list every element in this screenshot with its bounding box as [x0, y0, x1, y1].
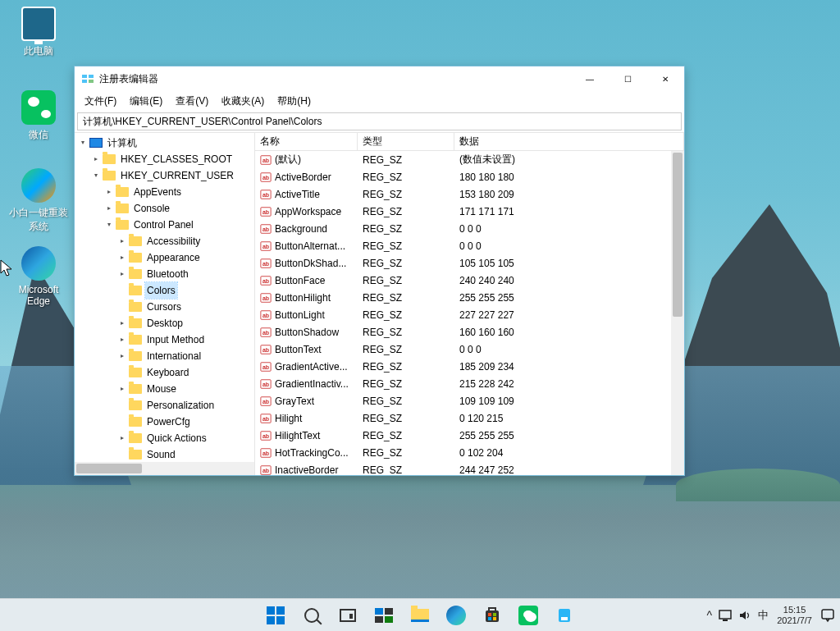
- tree-node-colors[interactable]: ▸Colors: [117, 282, 254, 299]
- app-button[interactable]: [548, 599, 581, 632]
- wechat-button[interactable]: [512, 599, 545, 632]
- list-row[interactable]: abHilightREG_SZ0 120 215: [255, 409, 684, 427]
- tree-node-control-panel[interactable]: ▾Control Panel: [104, 217, 254, 233]
- caret-right-icon[interactable]: ▸: [117, 351, 127, 361]
- list-row[interactable]: abButtonDkShad...REG_SZ105 105 105: [255, 254, 684, 272]
- column-header-type[interactable]: 类型: [358, 133, 454, 150]
- tree-node-computer[interactable]: ▾ 计算机: [78, 135, 254, 151]
- clock[interactable]: 15:15 2021/7/7: [777, 605, 812, 626]
- tree-node-international[interactable]: ▸International: [117, 348, 254, 364]
- value-data: (数值未设置): [454, 153, 684, 167]
- value-data: 255 255 255: [454, 430, 684, 441]
- tree-node-personalization[interactable]: ▸Personalization: [117, 397, 254, 414]
- tree-node-appearance[interactable]: ▸Appearance: [117, 249, 254, 266]
- svg-rect-44: [488, 613, 491, 616]
- caret-down-icon[interactable]: ▾: [104, 220, 114, 230]
- caret-right-icon[interactable]: ▸: [117, 433, 127, 443]
- tree-node-mouse[interactable]: ▸Mouse: [117, 381, 254, 397]
- tree-node-keyboard[interactable]: ▸Keyboard: [117, 364, 254, 381]
- column-header-name[interactable]: 名称: [255, 133, 358, 150]
- search-button[interactable]: [295, 599, 328, 632]
- list-row[interactable]: abButtonTextREG_SZ0 0 0: [255, 341, 684, 358]
- close-button[interactable]: ✕: [646, 66, 684, 91]
- desktop-icon-label: 小白一键重装 系统: [8, 206, 69, 234]
- menu-edit[interactable]: 编辑(E): [123, 93, 169, 110]
- caret-right-icon[interactable]: ▸: [104, 203, 114, 213]
- tree-node-hkcu[interactable]: ▾ HKEY_CURRENT_USER: [91, 167, 254, 184]
- address-bar[interactable]: 计算机\HKEY_CURRENT_USER\Control Panel\Colo…: [77, 112, 682, 130]
- desktop-icon-installer[interactable]: 小白一键重装 系统: [8, 168, 69, 234]
- caret-right-icon[interactable]: ▸: [117, 384, 127, 394]
- titlebar[interactable]: 注册表编辑器 — ☐ ✕: [75, 66, 684, 91]
- maximize-button[interactable]: ☐: [609, 66, 646, 91]
- cast-icon[interactable]: [719, 610, 732, 621]
- tree-node-powercfg[interactable]: ▸PowerCfg: [117, 414, 254, 430]
- list-row[interactable]: abButtonHilightREG_SZ255 255 255: [255, 289, 684, 306]
- tree-pane[interactable]: ▾ 计算机 ▸ HKEY_CLASSES_ROOT: [75, 133, 255, 475]
- list-row[interactable]: abHilightTextREG_SZ255 255 255: [255, 427, 684, 444]
- desktop-icon-wechat[interactable]: 微信: [8, 90, 69, 142]
- list-row[interactable]: abButtonAlternat...REG_SZ0 0 0: [255, 237, 684, 254]
- caret-right-icon[interactable]: ▸: [104, 187, 114, 197]
- caret-down-icon[interactable]: ▾: [78, 138, 88, 148]
- desktop-background[interactable]: 此电脑 微信 小白一键重装 系统 Microsoft Edge 注册表编辑器 —…: [0, 0, 840, 631]
- column-header-data[interactable]: 数据: [454, 133, 684, 150]
- tree-node-hkcr[interactable]: ▸ HKEY_CLASSES_ROOT: [91, 151, 254, 167]
- list-row[interactable]: abActiveBorderREG_SZ180 180 180: [255, 168, 684, 185]
- caret-right-icon[interactable]: ▸: [91, 154, 101, 164]
- caret-right-icon[interactable]: ▸: [117, 318, 127, 328]
- list-row[interactable]: abActiveTitleREG_SZ153 180 209: [255, 185, 684, 203]
- list-row[interactable]: abButtonLightREG_SZ227 227 227: [255, 306, 684, 323]
- tree-node-sound[interactable]: ▸Sound: [117, 446, 254, 463]
- vertical-scrollbar[interactable]: [673, 153, 682, 317]
- list-row[interactable]: abGradientActive...REG_SZ185 209 234: [255, 358, 684, 375]
- minimize-button[interactable]: —: [571, 66, 609, 91]
- list-row[interactable]: abHotTrackingCo...REG_SZ0 102 204: [255, 444, 684, 461]
- svg-text:ab: ab: [262, 312, 269, 318]
- list-body[interactable]: ab(默认)REG_SZ(数值未设置)abActiveBorderREG_SZ1…: [255, 151, 684, 475]
- caret-right-icon[interactable]: ▸: [117, 335, 127, 345]
- list-row[interactable]: abInactiveBorderREG_SZ244 247 252: [255, 461, 684, 475]
- desktop-icon-pc[interactable]: 此电脑: [8, 7, 69, 58]
- store-button[interactable]: [476, 599, 509, 632]
- list-row[interactable]: abBackgroundREG_SZ0 0 0: [255, 220, 684, 237]
- folder-icon: [129, 450, 142, 460]
- volume-icon[interactable]: [738, 610, 751, 621]
- caret-right-icon[interactable]: ▸: [117, 236, 127, 246]
- list-row[interactable]: abButtonFaceREG_SZ240 240 240: [255, 272, 684, 289]
- caret-right-icon[interactable]: ▸: [117, 269, 127, 279]
- menu-help[interactable]: 帮助(H): [271, 93, 317, 110]
- menu-favorites[interactable]: 收藏夹(A): [215, 93, 271, 110]
- edge-button[interactable]: [440, 599, 472, 632]
- horizontal-scrollbar[interactable]: [76, 464, 142, 473]
- menu-file[interactable]: 文件(F): [78, 93, 123, 110]
- tree-node-desktop[interactable]: ▸Desktop: [117, 315, 254, 332]
- notifications-icon[interactable]: [820, 608, 835, 623]
- tray-overflow-icon[interactable]: ^: [707, 609, 713, 622]
- tree-node-cursors[interactable]: ▸Cursors: [117, 299, 254, 315]
- list-row[interactable]: abGradientInactiv...REG_SZ215 228 242: [255, 375, 684, 392]
- start-button[interactable]: [259, 599, 292, 632]
- list-row[interactable]: abAppWorkspaceREG_SZ171 171 171: [255, 203, 684, 220]
- system-tray[interactable]: ^ 中: [707, 608, 769, 623]
- tree-node-appevents[interactable]: ▸AppEvents: [104, 184, 254, 200]
- caret-down-icon[interactable]: ▾: [91, 171, 101, 181]
- tree-node-console[interactable]: ▸Console: [104, 200, 254, 217]
- list-row[interactable]: abButtonShadowREG_SZ160 160 160: [255, 323, 684, 341]
- menu-view[interactable]: 查看(V): [169, 93, 215, 110]
- list-row[interactable]: abGrayTextREG_SZ109 109 109: [255, 392, 684, 409]
- list-row[interactable]: ab(默认)REG_SZ(数值未设置): [255, 151, 684, 168]
- tree-node-quick-actions[interactable]: ▸Quick Actions: [117, 430, 254, 446]
- tree-node-bluetooth[interactable]: ▸Bluetooth: [117, 266, 254, 282]
- value-type: REG_SZ: [358, 430, 454, 441]
- tree-node-accessibility[interactable]: ▸Accessibility: [117, 233, 254, 249]
- caret-right-icon[interactable]: ▸: [117, 253, 127, 263]
- reg-sz-icon: ab: [260, 206, 272, 217]
- svg-rect-52: [822, 610, 833, 619]
- task-view-button[interactable]: [331, 599, 364, 632]
- tree-node-input-method[interactable]: ▸Input Method: [117, 332, 254, 348]
- ime-indicator[interactable]: 中: [758, 608, 769, 623]
- desktop-icon-edge[interactable]: Microsoft Edge: [8, 246, 69, 307]
- explorer-button[interactable]: [404, 599, 436, 632]
- widgets-button[interactable]: [368, 599, 400, 632]
